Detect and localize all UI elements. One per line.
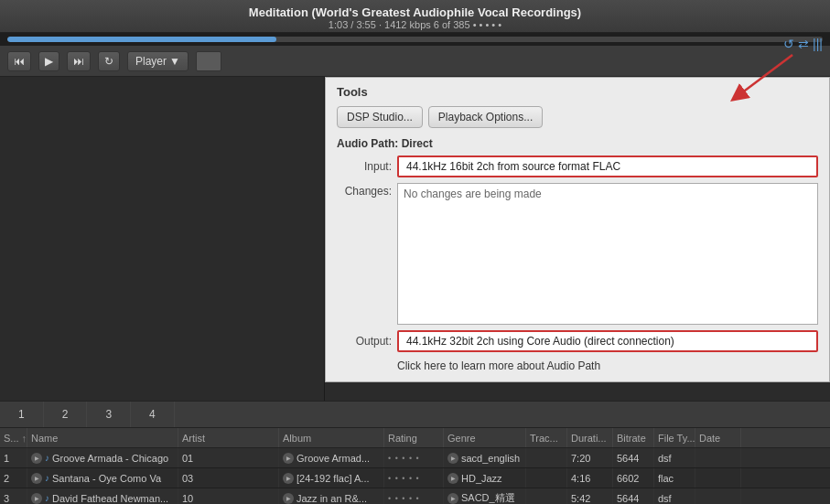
track-number (526, 448, 567, 467)
note-icon: ♪ (45, 493, 49, 503)
playback-icons: ↺ ⇄ ||| (783, 37, 823, 51)
shuffle-icon[interactable]: ⇄ (798, 37, 809, 51)
track-play-btn[interactable] (31, 453, 42, 464)
tab-2[interactable]: 2 (44, 402, 88, 427)
left-sidebar (0, 77, 325, 401)
input-value: 44.1kHz 16bit 2ch from source format FLA… (397, 155, 818, 177)
date-header[interactable]: Date (695, 428, 741, 447)
loop-icon[interactable]: ↺ (783, 37, 794, 51)
track-duration: 5:42 (567, 488, 613, 504)
output-value: 44.1kHz 32bit 2ch using Core Audio (dire… (397, 330, 818, 352)
track-filetype: dsf (654, 488, 695, 504)
input-label: Input: (337, 160, 392, 173)
progress-bar-row: ↺ ⇄ ||| (0, 33, 830, 46)
tools-buttons: DSP Studio... Playback Options... (337, 106, 818, 128)
tab-row: 1 2 3 4 (0, 401, 830, 428)
audio-path-label: Audio Path: Direct (337, 137, 818, 150)
next-button[interactable]: ⏭ (67, 51, 91, 71)
track-bitrate: 5644 (613, 448, 654, 467)
track-name: ♪ David Fathead Newman... (27, 488, 178, 504)
track-header[interactable]: Trac... (526, 428, 567, 447)
track-artist: 03 (178, 468, 279, 488)
tab-1[interactable]: 1 (0, 402, 44, 427)
track-album: Groove Armad... (279, 448, 384, 467)
note-icon: ♪ (45, 453, 49, 463)
progress-fill (7, 37, 276, 42)
playback-info: 1:03 / 3:55 · 1412 kbps 6 of 385 • • • •… (0, 19, 830, 30)
output-row: Output: 44.1kHz 32bit 2ch using Core Aud… (337, 330, 818, 352)
tab-4[interactable]: 4 (131, 402, 175, 427)
window-title: Meditation (World's Greatest Audiophile … (0, 5, 830, 19)
track-num: 2 (0, 468, 27, 488)
tools-panel: Tools DSP Studio... Playback Options... … (325, 77, 830, 382)
rating-header[interactable]: Rating (384, 428, 444, 447)
track-num: 1 (0, 448, 27, 467)
track-name: ♪ Santana - Oye Como Va (27, 468, 178, 488)
learn-more-link[interactable]: Click here to learn more about Audio Pat… (337, 358, 818, 374)
artist-header[interactable]: Artist (178, 428, 279, 447)
refresh-button[interactable]: ↻ (98, 51, 120, 71)
note-icon: ♪ (45, 473, 49, 483)
track-genre: HD_Jazz (444, 468, 526, 488)
changes-row: Changes: No changes are being made (337, 183, 818, 325)
track-play-btn[interactable] (31, 473, 42, 484)
track-rating: • • • • • (384, 488, 444, 504)
track-artist: 01 (178, 448, 279, 467)
track-list-container: S... ↑ Name Artist Album Rating Genre Tr… (0, 428, 830, 504)
track-bitrate: 6602 (613, 468, 654, 488)
table-row[interactable]: 2 ♪ Santana - Oye Como Va 03 [24-192 fla… (0, 468, 830, 488)
bitrate-header[interactable]: Bitrate (613, 428, 654, 447)
album-play-btn[interactable] (283, 493, 294, 504)
output-label: Output: (337, 335, 392, 348)
album-play-btn[interactable] (283, 453, 294, 464)
name-header[interactable]: Name (27, 428, 178, 447)
track-number (526, 468, 567, 488)
tab-3[interactable]: 3 (87, 402, 131, 427)
track-number (526, 488, 567, 504)
input-row: Input: 44.1kHz 16bit 2ch from source for… (337, 155, 818, 177)
album-play-btn[interactable] (283, 473, 294, 484)
track-num: 3 (0, 488, 27, 504)
playback-options-button[interactable]: Playback Options... (428, 106, 543, 128)
player-dropdown-arrow: ▼ (169, 55, 180, 68)
changes-box: No changes are being made (397, 183, 818, 325)
track-bitrate: 5644 (613, 488, 654, 504)
track-date (695, 488, 741, 504)
duration-header[interactable]: Durati... (567, 428, 613, 447)
track-duration: 4:16 (567, 468, 613, 488)
track-duration: 7:20 (567, 448, 613, 467)
sort-arrow: ↑ (22, 433, 27, 444)
track-date (695, 468, 741, 488)
player-dropdown-button[interactable]: Player ▼ (127, 51, 189, 71)
track-filetype: flac (654, 468, 695, 488)
player-label: Player (135, 55, 167, 68)
track-album: [24-192 flac] A... (279, 468, 384, 488)
changes-text: No changes are being made (404, 188, 542, 200)
track-rating: • • • • • (384, 468, 444, 488)
dsp-studio-button[interactable]: DSP Studio... (337, 106, 423, 128)
tools-header: Tools (337, 85, 818, 99)
filetype-header[interactable]: File Ty... (654, 428, 695, 447)
table-row[interactable]: 3 ♪ David Fathead Newman... 10 Jazz in a… (0, 488, 830, 504)
genre-play-btn[interactable] (447, 473, 458, 484)
table-row[interactable]: 1 ♪ Groove Armada - Chicago 01 Groove Ar… (0, 448, 830, 468)
sort-header[interactable]: S... ↑ (0, 428, 27, 447)
track-date (695, 448, 741, 467)
track-artist: 10 (178, 488, 279, 504)
title-bar: Meditation (World's Greatest Audiophile … (0, 0, 830, 33)
track-genre: SACD_精選 (444, 488, 526, 504)
genre-play-btn[interactable] (447, 493, 458, 504)
track-rating: • • • • • (384, 448, 444, 467)
progress-track[interactable] (7, 37, 823, 42)
equalizer-icon[interactable]: ||| (813, 37, 823, 51)
play-button[interactable]: ▶ (38, 51, 59, 71)
genre-play-btn[interactable] (447, 453, 458, 464)
track-header-row: S... ↑ Name Artist Album Rating Genre Tr… (0, 428, 830, 448)
waveform-preview (196, 51, 221, 71)
track-play-btn[interactable] (31, 493, 42, 504)
genre-header[interactable]: Genre (444, 428, 526, 447)
track-genre: sacd_english (444, 448, 526, 467)
album-header[interactable]: Album (279, 428, 384, 447)
changes-label: Changes: (337, 183, 392, 325)
prev-button[interactable]: ⏮ (7, 51, 31, 71)
